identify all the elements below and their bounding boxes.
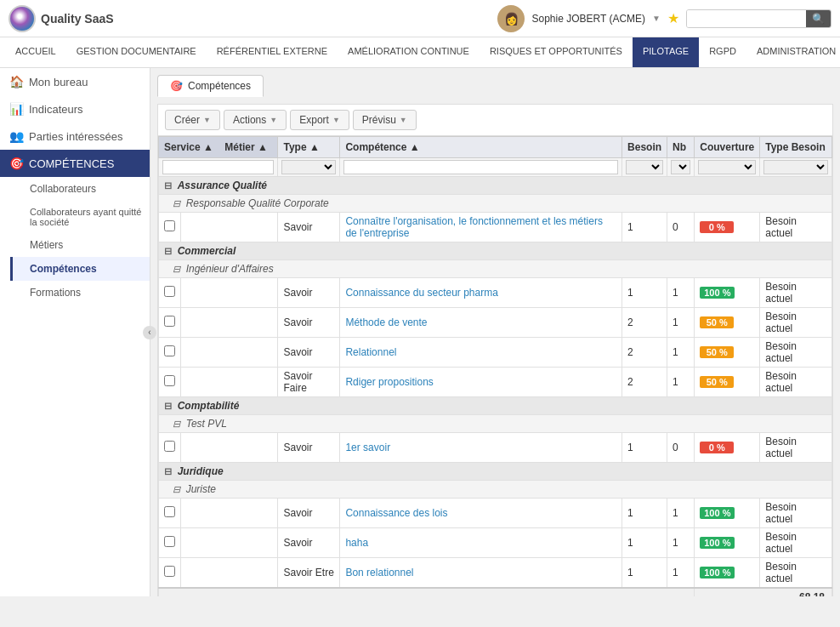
export-caret-icon: ▼ xyxy=(332,116,340,124)
search-input[interactable] xyxy=(687,10,806,27)
sidebar-label-collaborateurs-quitte: Collaborateurs ayant quitté la société xyxy=(30,207,146,227)
sidebar-item-parties[interactable]: 👥 Parties intéressées xyxy=(0,123,150,150)
competence-link[interactable]: Connaître l'organisation, le fonctionnem… xyxy=(345,215,602,239)
table-row: ⊟ Ingénieur d'Affaires xyxy=(159,260,832,278)
tab-competences[interactable]: 🎯 Compétences xyxy=(157,75,264,97)
row-checkbox[interactable] xyxy=(164,220,175,231)
competence-link[interactable]: Connaissance des lois xyxy=(345,507,447,519)
search-button[interactable]: 🔍 xyxy=(806,10,831,27)
dropdown-icon[interactable]: ▼ xyxy=(652,14,661,23)
sidebar-label-indicateurs: Indicateurs xyxy=(29,103,83,116)
main-layout: 🏠 Mon bureau 📊 Indicateurs 👥 Parties int… xyxy=(0,68,840,596)
row-besoin: 1 xyxy=(622,499,667,528)
competence-link[interactable]: haha xyxy=(345,537,368,549)
th-nb: Nb xyxy=(667,137,695,158)
nav-admin[interactable]: ADMINISTRATION xyxy=(746,37,840,67)
sidebar-item-indicateurs[interactable]: 📊 Indicateurs xyxy=(0,95,150,123)
row-checkbox[interactable] xyxy=(164,536,175,547)
row-type-besoin: Besoin actuel xyxy=(760,278,832,308)
collapse-icon[interactable]: ⊟ xyxy=(164,401,172,411)
collapse-icon[interactable]: ⊟ xyxy=(173,419,180,429)
th-type: Type ▲ xyxy=(278,137,340,158)
filter-nb[interactable] xyxy=(671,160,690,174)
create-button[interactable]: Créer ▼ xyxy=(165,110,220,130)
filter-service-metier[interactable] xyxy=(162,160,274,174)
user-name: Sophie JOBERT (ACME) xyxy=(531,13,645,25)
collapse-icon[interactable]: ⊟ xyxy=(173,264,180,274)
th-service-metier: Service ▲ Métier ▲ xyxy=(159,137,278,158)
total-value: 68,18 xyxy=(799,591,825,596)
subgroup-label: Responsable Qualité Corporate xyxy=(186,197,329,209)
row-checkbox[interactable] xyxy=(164,441,175,452)
group-label: Commercial xyxy=(178,245,236,257)
people-icon: 👥 xyxy=(9,129,24,143)
row-type: Savoir Faire xyxy=(278,368,340,397)
coverage-badge: 0 % xyxy=(700,221,734,233)
nav-referentiel[interactable]: RÉFÉRENTIEL EXTERNE xyxy=(207,37,338,67)
table-row: ⊟ Juridique xyxy=(159,463,832,481)
row-checkbox[interactable] xyxy=(164,286,175,297)
competence-link[interactable]: Bon relationnel xyxy=(345,567,413,579)
row-type-besoin: Besoin actuel xyxy=(760,499,832,528)
sidebar-item-formations[interactable]: Formations xyxy=(10,281,150,305)
nav-pilotage[interactable]: PILOTAGE xyxy=(633,37,699,67)
row-checkbox[interactable] xyxy=(164,375,175,386)
table-row: Savoir Connaissance des lois 1 1 100 % B… xyxy=(159,499,832,528)
nav-gestion-doc[interactable]: GESTION DOCUMENTAIRE xyxy=(66,37,207,67)
row-coverage: 0 % xyxy=(695,213,760,242)
collapse-icon[interactable]: ⊟ xyxy=(164,466,172,476)
export-button[interactable]: Export ▼ xyxy=(290,110,349,130)
collapse-icon[interactable]: ⊟ xyxy=(173,198,180,208)
row-checkbox[interactable] xyxy=(164,316,175,327)
sidebar-label-metiers: Métiers xyxy=(30,239,63,251)
th-service-sort-icon[interactable]: ▲ xyxy=(203,141,213,153)
content-area: 🎯 Compétences Créer ▼ Actions ▼ Export ▼… xyxy=(150,68,840,596)
competence-link[interactable]: 1er savoir xyxy=(345,442,390,453)
sidebar-item-competences-header[interactable]: 🎯 COMPÉTENCES xyxy=(0,150,150,177)
filter-type-besoin[interactable] xyxy=(763,160,828,174)
nav-amelioration[interactable]: AMÉLIORATION CONTINUE xyxy=(338,37,480,67)
th-metier-sort-icon[interactable]: ▲ xyxy=(258,141,268,153)
row-nb: 1 xyxy=(667,558,695,589)
preview-button[interactable]: Prévisu ▼ xyxy=(353,110,417,130)
row-type-besoin: Besoin actuel xyxy=(760,338,832,368)
subgroup-label: Test PVL xyxy=(186,418,227,430)
nav-accueil[interactable]: ACCUEIL xyxy=(5,37,66,67)
competence-link[interactable]: Méthode de vente xyxy=(345,316,427,328)
nav-risques[interactable]: RISQUES ET OPPORTUNITÉS xyxy=(480,37,633,67)
actions-button[interactable]: Actions ▼ xyxy=(224,110,287,130)
competence-link[interactable]: Connaissance du secteur pharma xyxy=(345,287,497,299)
collapse-icon[interactable]: ⊟ xyxy=(164,180,172,191)
row-type: Savoir xyxy=(278,213,340,242)
sidebar-label-parties: Parties intéressées xyxy=(29,130,123,143)
filter-type[interactable] xyxy=(281,160,336,174)
sidebar-item-mon-bureau[interactable]: 🏠 Mon bureau xyxy=(0,68,150,95)
collapse-icon[interactable]: ⊟ xyxy=(164,246,172,256)
row-checkbox[interactable] xyxy=(164,345,175,356)
table-row: ⊟ Commercial xyxy=(159,242,832,260)
filter-couverture[interactable] xyxy=(698,160,756,174)
coverage-badge: 50 % xyxy=(700,316,734,328)
logo-icon xyxy=(9,5,36,32)
favorite-icon[interactable]: ★ xyxy=(667,10,679,26)
th-type-sort-icon[interactable]: ▲ xyxy=(309,141,320,153)
sidebar-item-collaborateurs[interactable]: Collaborateurs xyxy=(10,177,150,201)
row-competence: Rdiger propositions xyxy=(340,368,622,397)
competence-link[interactable]: Relationnel xyxy=(345,346,396,358)
row-besoin: 2 xyxy=(622,338,667,368)
collapse-icon[interactable]: ⊟ xyxy=(173,484,180,494)
sidebar-collapse-button[interactable]: ‹ xyxy=(143,326,156,339)
sidebar-item-metiers[interactable]: Métiers xyxy=(10,233,150,257)
sidebar-item-competences[interactable]: Compétences xyxy=(10,257,150,281)
filter-competence[interactable] xyxy=(343,160,618,174)
table-row: Savoir 1er savoir 1 0 0 % Besoin actuel xyxy=(159,433,832,463)
row-checkbox[interactable] xyxy=(164,506,175,517)
th-type-besoin: Type Besoin xyxy=(760,137,832,158)
sidebar-item-collaborateurs-quitte[interactable]: Collaborateurs ayant quitté la société xyxy=(10,201,150,233)
filter-besoin[interactable] xyxy=(626,160,663,174)
row-checkbox[interactable] xyxy=(164,566,175,577)
th-competence-sort-icon[interactable]: ▲ xyxy=(410,141,420,153)
nav-rgpd[interactable]: RGPD xyxy=(699,37,746,67)
row-competence: Méthode de vente xyxy=(340,308,622,338)
competence-link[interactable]: Rdiger propositions xyxy=(345,376,433,388)
